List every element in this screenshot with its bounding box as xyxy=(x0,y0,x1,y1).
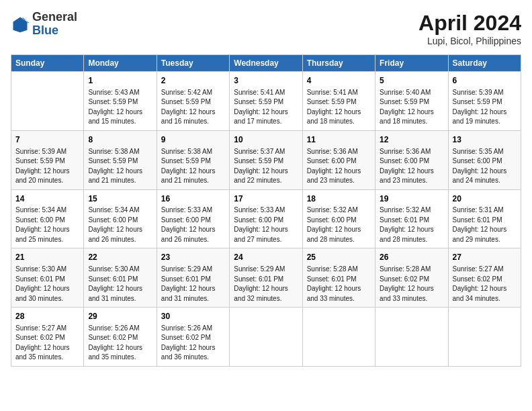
calendar-cell: 11Sunrise: 5:36 AM Sunset: 6:00 PM Dayli… xyxy=(302,130,375,189)
day-info: Sunrise: 5:30 AM Sunset: 6:01 PM Dayligh… xyxy=(15,265,79,304)
calendar-week-row: 14Sunrise: 5:34 AM Sunset: 6:00 PM Dayli… xyxy=(11,189,521,248)
calendar-cell xyxy=(375,308,448,367)
calendar-week-row: 1Sunrise: 5:43 AM Sunset: 5:59 PM Daylig… xyxy=(11,72,521,131)
day-number: 6 xyxy=(453,75,517,87)
calendar-cell: 4Sunrise: 5:41 AM Sunset: 5:59 PM Daylig… xyxy=(302,72,375,131)
day-number: 18 xyxy=(307,193,371,205)
calendar-cell: 18Sunrise: 5:32 AM Sunset: 6:00 PM Dayli… xyxy=(302,189,375,248)
calendar-week-row: 28Sunrise: 5:27 AM Sunset: 6:02 PM Dayli… xyxy=(11,308,521,367)
day-info: Sunrise: 5:28 AM Sunset: 6:02 PM Dayligh… xyxy=(380,265,443,304)
day-info: Sunrise: 5:27 AM Sunset: 6:02 PM Dayligh… xyxy=(15,324,79,363)
page-location: Lupi, Bicol, Philippines xyxy=(418,36,521,46)
day-number: 29 xyxy=(88,311,152,322)
calendar-day-header: Saturday xyxy=(448,55,521,72)
day-number: 25 xyxy=(307,252,371,263)
day-number: 12 xyxy=(380,134,443,146)
day-info: Sunrise: 5:28 AM Sunset: 6:01 PM Dayligh… xyxy=(307,265,371,304)
logo: General Blue xyxy=(11,11,77,38)
day-number: 9 xyxy=(161,134,225,146)
day-number: 8 xyxy=(88,134,152,146)
calendar-day-header: Sunday xyxy=(11,55,84,72)
day-number: 16 xyxy=(161,193,225,205)
calendar-cell: 8Sunrise: 5:38 AM Sunset: 5:59 PM Daylig… xyxy=(84,130,157,189)
day-number: 13 xyxy=(453,134,517,146)
logo-blue-text: Blue xyxy=(32,24,77,38)
day-number: 17 xyxy=(234,193,298,205)
day-number: 15 xyxy=(88,193,152,205)
calendar-cell: 22Sunrise: 5:30 AM Sunset: 6:01 PM Dayli… xyxy=(84,248,157,308)
day-info: Sunrise: 5:36 AM Sunset: 6:00 PM Dayligh… xyxy=(307,147,371,186)
day-number: 3 xyxy=(234,75,298,87)
day-info: Sunrise: 5:34 AM Sunset: 6:00 PM Dayligh… xyxy=(88,205,152,244)
calendar-cell: 9Sunrise: 5:38 AM Sunset: 5:59 PM Daylig… xyxy=(157,130,229,189)
calendar-week-row: 21Sunrise: 5:30 AM Sunset: 6:01 PM Dayli… xyxy=(11,248,521,308)
day-number: 10 xyxy=(234,134,298,146)
calendar-cell: 15Sunrise: 5:34 AM Sunset: 6:00 PM Dayli… xyxy=(84,189,157,248)
day-number: 26 xyxy=(380,252,443,263)
calendar-cell: 16Sunrise: 5:33 AM Sunset: 6:00 PM Dayli… xyxy=(157,189,229,248)
day-info: Sunrise: 5:33 AM Sunset: 6:00 PM Dayligh… xyxy=(234,205,298,244)
day-info: Sunrise: 5:33 AM Sunset: 6:00 PM Dayligh… xyxy=(161,205,225,244)
day-info: Sunrise: 5:40 AM Sunset: 5:59 PM Dayligh… xyxy=(380,88,443,127)
day-number: 4 xyxy=(307,75,371,87)
calendar-cell: 27Sunrise: 5:27 AM Sunset: 6:02 PM Dayli… xyxy=(448,248,521,308)
calendar-cell: 25Sunrise: 5:28 AM Sunset: 6:01 PM Dayli… xyxy=(302,248,375,308)
calendar-cell xyxy=(448,308,521,367)
day-info: Sunrise: 5:39 AM Sunset: 5:59 PM Dayligh… xyxy=(453,88,517,127)
calendar-cell: 21Sunrise: 5:30 AM Sunset: 6:01 PM Dayli… xyxy=(11,248,84,308)
day-number: 28 xyxy=(15,311,79,322)
calendar-cell: 17Sunrise: 5:33 AM Sunset: 6:00 PM Dayli… xyxy=(230,189,302,248)
day-number: 19 xyxy=(380,193,443,205)
logo-general-text: General xyxy=(32,11,77,24)
day-info: Sunrise: 5:34 AM Sunset: 6:00 PM Dayligh… xyxy=(15,205,79,244)
day-number: 23 xyxy=(161,252,225,263)
day-info: Sunrise: 5:36 AM Sunset: 6:00 PM Dayligh… xyxy=(380,147,443,186)
day-number: 21 xyxy=(15,252,79,263)
day-number: 2 xyxy=(161,75,225,87)
day-number: 5 xyxy=(380,75,443,87)
calendar-cell: 23Sunrise: 5:29 AM Sunset: 6:01 PM Dayli… xyxy=(157,248,229,308)
day-info: Sunrise: 5:35 AM Sunset: 6:00 PM Dayligh… xyxy=(453,147,517,186)
calendar-cell: 12Sunrise: 5:36 AM Sunset: 6:00 PM Dayli… xyxy=(375,130,448,189)
day-info: Sunrise: 5:41 AM Sunset: 5:59 PM Dayligh… xyxy=(234,88,298,127)
day-info: Sunrise: 5:32 AM Sunset: 6:00 PM Dayligh… xyxy=(307,205,371,244)
calendar-cell: 14Sunrise: 5:34 AM Sunset: 6:00 PM Dayli… xyxy=(11,189,84,248)
day-number: 27 xyxy=(453,252,517,263)
day-number: 22 xyxy=(88,252,152,263)
calendar-cell xyxy=(230,308,302,367)
calendar-day-header: Friday xyxy=(375,55,448,72)
calendar-day-header: Wednesday xyxy=(230,55,302,72)
calendar-cell xyxy=(11,72,84,131)
day-info: Sunrise: 5:30 AM Sunset: 6:01 PM Dayligh… xyxy=(88,265,152,304)
day-number: 7 xyxy=(15,134,79,146)
calendar-cell: 20Sunrise: 5:31 AM Sunset: 6:01 PM Dayli… xyxy=(448,189,521,248)
calendar-day-header: Tuesday xyxy=(157,55,229,72)
day-info: Sunrise: 5:43 AM Sunset: 5:59 PM Dayligh… xyxy=(88,88,152,127)
day-info: Sunrise: 5:39 AM Sunset: 5:59 PM Dayligh… xyxy=(15,147,79,186)
day-number: 1 xyxy=(88,75,152,87)
page-header: General Blue April 2024 Lupi, Bicol, Phi… xyxy=(11,11,521,46)
calendar-day-header: Thursday xyxy=(302,55,375,72)
calendar-cell: 5Sunrise: 5:40 AM Sunset: 5:59 PM Daylig… xyxy=(375,72,448,131)
calendar-header-row: SundayMondayTuesdayWednesdayThursdayFrid… xyxy=(11,55,521,72)
day-info: Sunrise: 5:31 AM Sunset: 6:01 PM Dayligh… xyxy=(453,205,517,244)
calendar-table: SundayMondayTuesdayWednesdayThursdayFrid… xyxy=(11,54,521,367)
day-info: Sunrise: 5:27 AM Sunset: 6:02 PM Dayligh… xyxy=(453,265,517,304)
calendar-day-header: Monday xyxy=(84,55,157,72)
title-block: April 2024 Lupi, Bicol, Philippines xyxy=(418,11,521,46)
calendar-cell: 10Sunrise: 5:37 AM Sunset: 5:59 PM Dayli… xyxy=(230,130,302,189)
day-number: 30 xyxy=(161,311,225,322)
day-info: Sunrise: 5:41 AM Sunset: 5:59 PM Dayligh… xyxy=(307,88,371,127)
day-info: Sunrise: 5:29 AM Sunset: 6:01 PM Dayligh… xyxy=(161,265,225,304)
day-info: Sunrise: 5:37 AM Sunset: 5:59 PM Dayligh… xyxy=(234,147,298,186)
calendar-cell: 19Sunrise: 5:32 AM Sunset: 6:01 PM Dayli… xyxy=(375,189,448,248)
day-number: 14 xyxy=(15,193,79,205)
calendar-cell: 13Sunrise: 5:35 AM Sunset: 6:00 PM Dayli… xyxy=(448,130,521,189)
logo-icon xyxy=(11,15,30,34)
page-title: April 2024 xyxy=(418,11,521,36)
calendar-cell: 29Sunrise: 5:26 AM Sunset: 6:02 PM Dayli… xyxy=(84,308,157,367)
calendar-cell: 1Sunrise: 5:43 AM Sunset: 5:59 PM Daylig… xyxy=(84,72,157,131)
calendar-cell xyxy=(302,308,375,367)
calendar-cell: 3Sunrise: 5:41 AM Sunset: 5:59 PM Daylig… xyxy=(230,72,302,131)
day-info: Sunrise: 5:38 AM Sunset: 5:59 PM Dayligh… xyxy=(88,147,152,186)
